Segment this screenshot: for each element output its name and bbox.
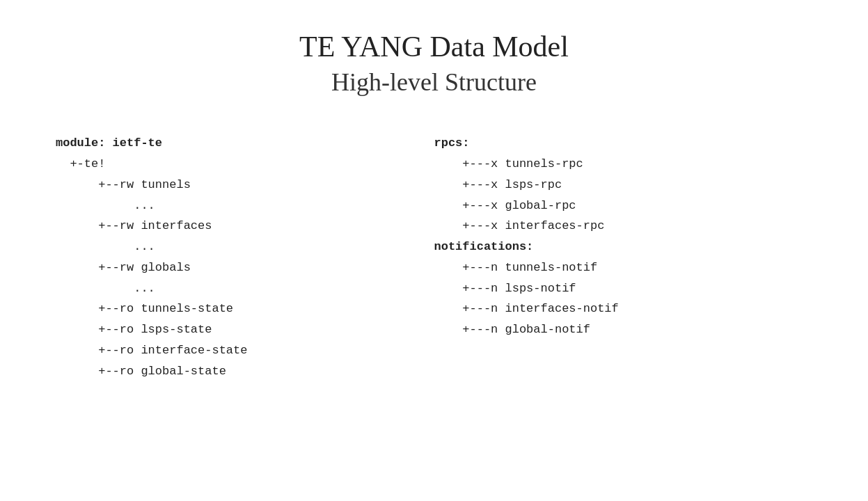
code-line: +---x interfaces-rpc <box>434 219 605 232</box>
right-code-block: rpcs: +---x tunnels-rpc +---x lsps-rpc +… <box>434 133 813 340</box>
code-line: +--rw globals <box>56 261 191 274</box>
code-line: +--rw tunnels <box>56 178 191 191</box>
code-line: +--ro tunnels-state <box>56 302 233 315</box>
code-line: +--ro global-state <box>56 365 226 378</box>
code-line: +---n lsps-notif <box>434 282 576 295</box>
page-container: TE YANG Data Model High-level Structure … <box>0 0 868 501</box>
code-line: module: ietf-te <box>56 136 162 150</box>
left-column: module: ietf-te +-te! +--rw tunnels ... … <box>56 133 434 381</box>
code-line: +--ro interface-state <box>56 344 247 357</box>
code-line: +---n tunnels-notif <box>434 261 598 274</box>
code-line: ... <box>56 199 155 212</box>
code-line: +---x tunnels-rpc <box>434 157 583 170</box>
code-line: notifications: <box>434 240 534 253</box>
main-title: TE YANG Data Model <box>299 28 569 66</box>
sub-title: High-level Structure <box>299 66 569 99</box>
code-line: ... <box>56 240 155 253</box>
code-line: +--rw interfaces <box>56 219 212 232</box>
code-line: +-te! <box>56 157 105 170</box>
content-area: module: ietf-te +-te! +--rw tunnels ... … <box>0 133 868 381</box>
code-line: rpcs: <box>434 136 470 150</box>
left-code-block: module: ietf-te +-te! +--rw tunnels ... … <box>56 133 434 381</box>
code-line: +---n global-notif <box>434 323 590 336</box>
code-line: +---x lsps-rpc <box>434 178 562 191</box>
code-line: +---x global-rpc <box>434 199 576 212</box>
code-line: +--ro lsps-state <box>56 323 212 336</box>
code-line: +---n interfaces-notif <box>434 302 619 315</box>
right-column: rpcs: +---x tunnels-rpc +---x lsps-rpc +… <box>434 133 813 381</box>
title-section: TE YANG Data Model High-level Structure <box>299 28 569 98</box>
code-line: ... <box>56 282 155 295</box>
